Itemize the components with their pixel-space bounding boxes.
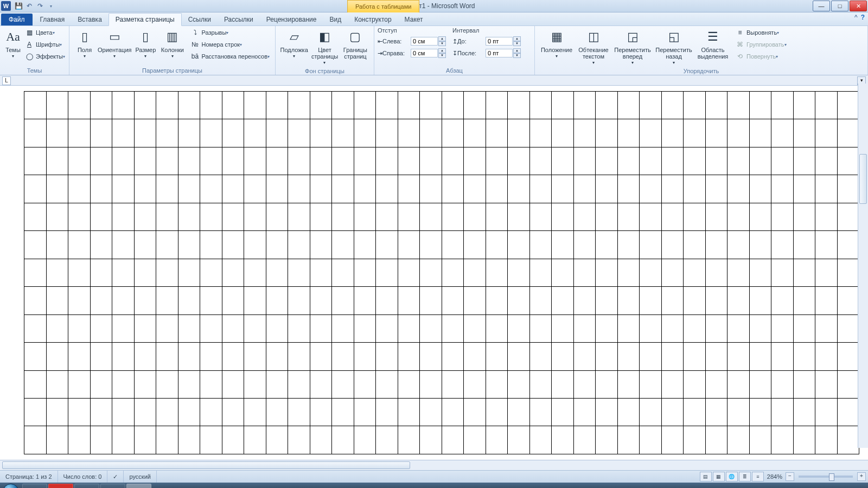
save-icon[interactable]: 💾 xyxy=(13,1,24,11)
tab-table-design[interactable]: Конструктор xyxy=(348,14,398,25)
indent-right-icon: ⇥ xyxy=(378,50,382,57)
zoom-slider[interactable] xyxy=(799,476,853,478)
taskbar-chrome-icon[interactable]: ◉ xyxy=(74,484,99,488)
size-button[interactable]: ▯Размер▾ xyxy=(133,27,159,61)
table-grid[interactable] xyxy=(24,91,859,454)
redo-icon[interactable]: ↷ xyxy=(35,1,46,11)
align-icon: ≡ xyxy=(736,28,744,37)
zoom-slider-thumb[interactable] xyxy=(829,473,834,481)
position-button[interactable]: ▦Положение▾ xyxy=(538,27,575,61)
send-backward-button[interactable]: ◱Переместить назад▾ xyxy=(653,27,694,67)
indent-right-input[interactable] xyxy=(411,49,438,57)
page-borders-button[interactable]: ▢Границы страниц xyxy=(340,27,371,61)
vertical-scrollbar[interactable] xyxy=(858,84,868,448)
line-numbers-button[interactable]: №Номера строк xyxy=(189,39,272,50)
view-fullscreen-button[interactable]: ▦ xyxy=(713,472,725,481)
status-word-count[interactable]: Число слов: 0 xyxy=(58,471,108,483)
ruler-bar: L ▾ xyxy=(0,75,868,86)
view-print-layout-button[interactable]: ▤ xyxy=(700,472,712,481)
bring-forward-button[interactable]: ◲Переместить вперед▾ xyxy=(612,27,653,67)
breaks-button[interactable]: ⤵Разрывы xyxy=(189,27,272,38)
vertical-scroll-thumb[interactable] xyxy=(859,154,867,204)
horizontal-scroll-thumb[interactable] xyxy=(2,461,410,469)
horizontal-scrollbar[interactable] xyxy=(0,460,868,470)
spacing-before-label: До: xyxy=(457,38,486,44)
tab-view[interactable]: Вид xyxy=(323,14,348,25)
close-button[interactable]: ✕ xyxy=(850,1,867,11)
tab-home[interactable]: Главная xyxy=(34,14,72,25)
spacing-before-input[interactable] xyxy=(486,37,513,46)
themes-icon: Aa xyxy=(4,28,22,46)
tab-mailings[interactable]: Рассылки xyxy=(218,14,260,25)
status-page[interactable]: Страница: 1 из 2 xyxy=(0,471,58,483)
taskbar-download-icon[interactable]: ⬇ xyxy=(100,484,125,488)
theme-colors-button[interactable]: ▦Цвета xyxy=(23,27,67,38)
orientation-button[interactable]: ▭Ориентация▾ xyxy=(97,27,132,61)
spacing-before-up[interactable]: ▲ xyxy=(513,36,521,41)
qat-customize-icon[interactable] xyxy=(46,1,56,11)
align-label: Выровнять xyxy=(746,29,777,36)
orientation-label: Ориентация xyxy=(98,47,131,53)
rotate-button[interactable]: ⟲Повернуть xyxy=(733,51,789,62)
page-color-button[interactable]: ◧Цвет страницы▾ xyxy=(309,27,340,67)
zoom-level[interactable]: 284% xyxy=(767,473,782,480)
theme-fonts-button[interactable]: AШрифты xyxy=(23,39,67,50)
zoom-out-button[interactable]: − xyxy=(786,472,794,481)
status-proofing[interactable]: ✓ xyxy=(107,471,124,483)
status-language[interactable]: русский xyxy=(124,471,156,483)
document-area[interactable] xyxy=(0,86,868,460)
group-paragraph-label: Абзац xyxy=(378,67,531,75)
minimize-button[interactable]: — xyxy=(813,1,830,11)
tab-table-layout[interactable]: Макет xyxy=(398,14,430,25)
undo-icon[interactable]: ↶ xyxy=(24,1,35,11)
ribbon-minimize-icon[interactable]: ^ xyxy=(854,14,858,21)
group-arrange: ▦Положение▾ ◫Обтекание текстом▾ ◲Перемес… xyxy=(535,26,868,75)
group-themes-label: Темы xyxy=(3,67,66,75)
zoom-in-button[interactable]: + xyxy=(857,472,866,481)
hyphenation-button[interactable]: bāРасстановка переносов xyxy=(189,51,272,62)
tab-page-layout[interactable]: Разметка страницы xyxy=(108,13,182,26)
taskbar-opera-icon[interactable]: O xyxy=(48,484,73,488)
wrap-text-button[interactable]: ◫Обтекание текстом▾ xyxy=(575,27,612,67)
columns-label: Колонки xyxy=(161,47,184,53)
margins-button[interactable]: ▯Поля▾ xyxy=(73,27,97,61)
tab-references[interactable]: Ссылки xyxy=(182,14,218,25)
indent-right-up[interactable]: ▲ xyxy=(438,48,446,53)
rotate-label: Повернуть xyxy=(746,53,776,60)
size-label: Размер xyxy=(135,47,156,53)
indent-left-up[interactable]: ▲ xyxy=(438,36,446,41)
start-button[interactable] xyxy=(0,483,22,488)
spacing-after-input[interactable] xyxy=(486,49,513,57)
view-outline-button[interactable]: ≣ xyxy=(739,472,751,481)
align-button[interactable]: ≡Выровнять xyxy=(733,27,789,38)
indent-header: Отступ xyxy=(378,27,446,35)
indent-left-down[interactable]: ▼ xyxy=(438,41,446,46)
spacing-before-down[interactable]: ▼ xyxy=(513,41,521,46)
columns-button[interactable]: ▥Колонки▾ xyxy=(158,27,186,61)
view-draft-button[interactable]: ≡ xyxy=(752,472,764,481)
indent-left-input[interactable] xyxy=(411,37,438,46)
spacing-after-up[interactable]: ▲ xyxy=(513,48,521,53)
help-icon[interactable]: ? xyxy=(861,14,865,21)
spacing-after-label: После: xyxy=(457,50,486,56)
taskbar-word-icon[interactable]: W xyxy=(126,484,151,488)
tab-insert[interactable]: Вставка xyxy=(71,14,108,25)
taskbar-explorer-icon[interactable]: 📁 xyxy=(22,484,47,488)
spacing-before-icon: ↥ xyxy=(452,38,457,45)
breaks-label: Разрывы xyxy=(202,29,227,36)
themes-button[interactable]: Aa Темы ▾ xyxy=(3,27,23,61)
tab-selector[interactable]: L xyxy=(2,76,11,85)
word-app-icon: W xyxy=(1,1,11,11)
selection-pane-button[interactable]: ☰Область выделения xyxy=(694,27,731,61)
group-page-background-label: Фон страницы xyxy=(279,67,371,75)
maximize-button[interactable]: □ xyxy=(831,1,848,11)
theme-effects-button[interactable]: ◯Эффекты xyxy=(23,51,67,62)
watermark-button[interactable]: ▱Подложка▾ xyxy=(279,27,309,61)
file-tab[interactable]: Файл xyxy=(1,14,33,25)
spacing-after-down[interactable]: ▼ xyxy=(513,53,521,58)
group-icon: ⌘ xyxy=(736,40,744,49)
tab-review[interactable]: Рецензирование xyxy=(260,14,323,25)
indent-right-down[interactable]: ▼ xyxy=(438,53,446,58)
group-objects-button[interactable]: ⌘Группировать xyxy=(733,39,789,50)
view-web-button[interactable]: 🌐 xyxy=(726,472,738,481)
